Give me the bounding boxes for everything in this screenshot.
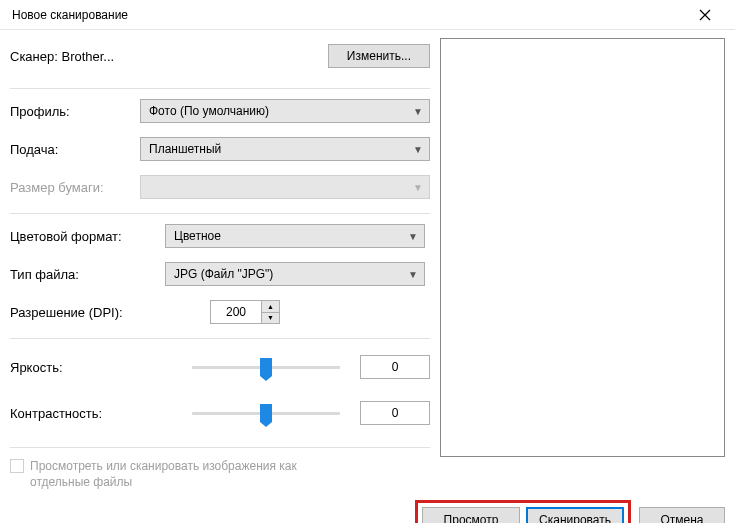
scanner-label: Сканер: Brother... <box>10 49 114 64</box>
settings-panel: Сканер: Brother... Изменить... Профиль: … <box>10 38 430 490</box>
color-format-label: Цветовой формат: <box>10 229 165 244</box>
divider <box>10 447 430 448</box>
divider <box>10 213 430 214</box>
paper-label: Размер бумаги: <box>10 180 140 195</box>
separate-files-label: Просмотреть или сканировать изображения … <box>30 458 310 490</box>
dpi-label: Разрешение (DPI): <box>10 305 165 320</box>
source-select[interactable]: Планшетный ▼ <box>140 137 430 161</box>
contrast-slider[interactable] <box>192 403 340 423</box>
chevron-down-icon: ▼ <box>413 144 423 155</box>
chevron-down-icon: ▼ <box>413 182 423 193</box>
profile-label: Профиль: <box>10 104 140 119</box>
brightness-label: Яркость: <box>10 360 163 375</box>
dpi-up-button[interactable]: ▲ <box>262 301 279 313</box>
titlebar: Новое сканирование <box>0 0 735 30</box>
contrast-label: Контрастность: <box>10 406 163 421</box>
file-type-label: Тип файла: <box>10 267 165 282</box>
file-type-value: JPG (Файл "JPG") <box>174 267 273 281</box>
dpi-down-button[interactable]: ▼ <box>262 313 279 324</box>
cancel-button[interactable]: Отмена <box>639 507 725 523</box>
footer: Просмотр Сканировать Отмена <box>0 490 735 523</box>
divider <box>10 88 430 89</box>
preview-button[interactable]: Просмотр <box>422 507 520 523</box>
chevron-down-icon: ▼ <box>408 269 418 280</box>
file-type-select[interactable]: JPG (Файл "JPG") ▼ <box>165 262 425 286</box>
highlighted-actions: Просмотр Сканировать <box>415 500 631 523</box>
color-format-select[interactable]: Цветное ▼ <box>165 224 425 248</box>
contrast-value[interactable] <box>360 401 430 425</box>
brightness-value[interactable] <box>360 355 430 379</box>
separate-files-checkbox <box>10 459 24 473</box>
dpi-input[interactable] <box>211 301 261 323</box>
paper-select: ▼ <box>140 175 430 199</box>
close-button[interactable] <box>685 1 725 29</box>
brightness-slider[interactable] <box>192 357 340 377</box>
dpi-spinner[interactable]: ▲ ▼ <box>210 300 280 324</box>
source-label: Подача: <box>10 142 140 157</box>
profile-value: Фото (По умолчанию) <box>149 104 269 118</box>
window-title: Новое сканирование <box>10 8 128 22</box>
change-scanner-button[interactable]: Изменить... <box>328 44 430 68</box>
scan-button[interactable]: Сканировать <box>526 507 624 523</box>
preview-pane <box>440 38 725 457</box>
close-icon <box>699 9 711 21</box>
divider <box>10 338 430 339</box>
slider-thumb[interactable] <box>260 404 272 422</box>
chevron-down-icon: ▼ <box>413 106 423 117</box>
slider-thumb[interactable] <box>260 358 272 376</box>
color-format-value: Цветное <box>174 229 221 243</box>
source-value: Планшетный <box>149 142 221 156</box>
profile-select[interactable]: Фото (По умолчанию) ▼ <box>140 99 430 123</box>
chevron-down-icon: ▼ <box>408 231 418 242</box>
